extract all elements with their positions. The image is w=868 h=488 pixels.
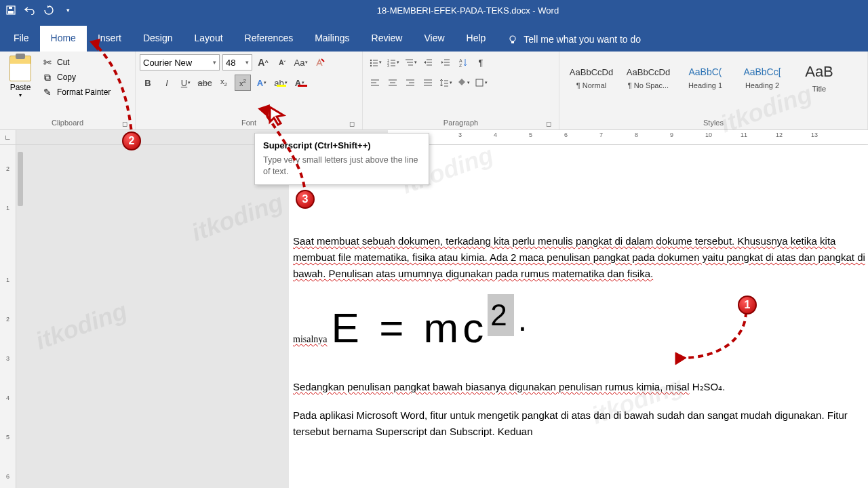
align-left-button[interactable] <box>367 75 383 91</box>
svg-text:3: 3 <box>387 64 389 67</box>
text-effects-button[interactable]: A▾ <box>254 75 270 91</box>
svg-point-3 <box>510 36 515 41</box>
group-font: Courier New▾ 48▾ A^ Aˇ Aa▾ B I U▾ abc x2… <box>136 52 363 129</box>
subscript-button[interactable]: x2 <box>216 75 232 91</box>
scissors-icon: ✄ <box>42 57 53 68</box>
svg-text:Z: Z <box>459 63 462 67</box>
font-name-combo[interactable]: Courier New▾ <box>140 54 220 70</box>
multilevel-list-button[interactable]: ▾ <box>402 54 418 70</box>
svg-text:A: A <box>459 58 462 63</box>
title-bar: ▾ 18-MEMBERI-EFEK-PADA-TEKS.docx - Word <box>0 0 868 20</box>
chemical-formula: H₂SO₄. <box>692 381 726 392</box>
underline-button[interactable]: U▾ <box>178 75 194 91</box>
group-label-styles: Styles <box>564 117 863 129</box>
document-page[interactable]: Saat membuat sebuah dokumen, terkadang k… <box>289 145 868 488</box>
style-normal[interactable]: AaBbCcDd¶ Normal <box>564 54 619 102</box>
qat-dropdown-icon[interactable]: ▾ <box>62 5 73 16</box>
annotation-badge-3: 3 <box>296 190 315 209</box>
undo-icon[interactable] <box>24 5 35 16</box>
svg-point-5 <box>370 60 371 61</box>
paragraph-launcher-icon[interactable]: ◻ <box>544 119 553 128</box>
styles-gallery: AaBbCcDd¶ Normal AaBbCcDd¶ No Spac... Aa… <box>564 54 847 117</box>
align-center-button[interactable] <box>384 75 401 91</box>
clear-formatting-button[interactable] <box>312 54 328 70</box>
font-color-button[interactable]: A▾ <box>292 75 308 91</box>
increase-indent-button[interactable] <box>437 54 454 70</box>
quick-access-toolbar: ▾ <box>5 5 73 16</box>
change-case-button[interactable]: Aa▾ <box>293 54 309 70</box>
window-title: 18-MEMBERI-EFEK-PADA-TEKS.docx - Word <box>73 5 863 16</box>
highlight-button[interactable]: ab▾ <box>273 75 289 91</box>
align-right-button[interactable] <box>402 75 418 91</box>
selected-superscript: 2 <box>488 294 513 336</box>
redo-icon[interactable] <box>43 5 54 16</box>
style-heading1[interactable]: AaBbC(Heading 1 <box>677 54 733 102</box>
tab-help[interactable]: Help <box>456 26 497 52</box>
style-heading2[interactable]: AaBbCc[Heading 2 <box>734 54 790 102</box>
svg-rect-2 <box>9 7 12 9</box>
save-icon[interactable] <box>5 5 16 16</box>
show-marks-button[interactable]: ¶ <box>473 54 489 70</box>
style-title[interactable]: AaBTitle <box>791 54 847 102</box>
font-launcher-icon[interactable]: ◻ <box>347 119 357 128</box>
vertical-scrollbar[interactable] <box>18 152 23 206</box>
annotation-cursor-icon <box>267 106 288 126</box>
superscript-button[interactable]: x2 <box>235 75 251 91</box>
svg-rect-1 <box>8 11 14 14</box>
group-label-paragraph: Paragraph◻ <box>367 117 555 129</box>
tab-home[interactable]: Home <box>40 26 87 52</box>
tab-review[interactable]: Review <box>361 26 414 52</box>
numbering-button[interactable]: 123▾ <box>384 54 401 70</box>
style-no-spacing[interactable]: AaBbCcDd¶ No Spac... <box>620 54 676 102</box>
shading-button[interactable]: ▾ <box>455 75 471 91</box>
annotation-arrow-2-to-home <box>88 37 149 146</box>
svg-point-7 <box>370 65 371 66</box>
paragraph-text: Saat membuat sebuah dokumen, terkadang k… <box>293 235 865 279</box>
tab-view[interactable]: View <box>413 26 455 52</box>
tab-references[interactable]: References <box>234 26 304 52</box>
italic-button[interactable]: I <box>159 75 175 91</box>
annotation-badge-2: 2 <box>122 131 141 150</box>
paintbrush-icon: ✎ <box>42 87 53 98</box>
decrease-indent-button[interactable] <box>420 54 436 70</box>
shrink-font-button[interactable]: Aˇ <box>274 54 290 70</box>
copy-icon: ⧉ <box>42 72 53 83</box>
formula-line: misalnya E = mc2. <box>293 294 868 361</box>
paste-button[interactable]: Paste ▾ <box>4 54 37 117</box>
annotation-badge-1: 1 <box>738 296 757 314</box>
scroll-gutter <box>16 145 289 488</box>
svg-rect-43 <box>476 79 483 86</box>
paragraph-text: Sedangkan penulisan pangkat bawah biasan… <box>293 381 690 392</box>
group-paragraph: ▾ 123▾ ▾ AZ ¶ ▾ ▾ ▾ P <box>363 52 559 129</box>
justify-button[interactable] <box>420 75 436 91</box>
grow-font-button[interactable]: A^ <box>255 54 271 70</box>
svg-rect-4 <box>511 41 514 43</box>
paste-icon <box>9 56 31 81</box>
vertical-ruler[interactable]: 211234567 <box>0 145 16 488</box>
font-size-combo[interactable]: 48▾ <box>222 54 252 70</box>
tab-mailings[interactable]: Mailings <box>304 26 360 52</box>
borders-button[interactable]: ▾ <box>473 75 489 91</box>
sort-button[interactable]: AZ <box>455 54 471 70</box>
line-spacing-button[interactable]: ▾ <box>437 75 454 91</box>
group-styles: AaBbCcDd¶ Normal AaBbCcDd¶ No Spac... Aa… <box>559 52 868 129</box>
strikethrough-button[interactable]: abc <box>197 75 213 91</box>
svg-point-6 <box>370 62 371 64</box>
annotation-arrow-1-to-selection <box>671 305 760 373</box>
tell-me-search[interactable]: Tell me what you want to do <box>496 27 652 52</box>
bullets-button[interactable]: ▾ <box>367 54 383 70</box>
lightbulb-icon <box>507 34 518 45</box>
tab-layout[interactable]: Layout <box>184 26 234 52</box>
paragraph-text: Pada aplikasi Microsoft Word, fitur untu… <box>293 409 848 437</box>
tab-selector[interactable]: ∟ <box>0 130 16 144</box>
tab-file[interactable]: File <box>3 26 40 52</box>
